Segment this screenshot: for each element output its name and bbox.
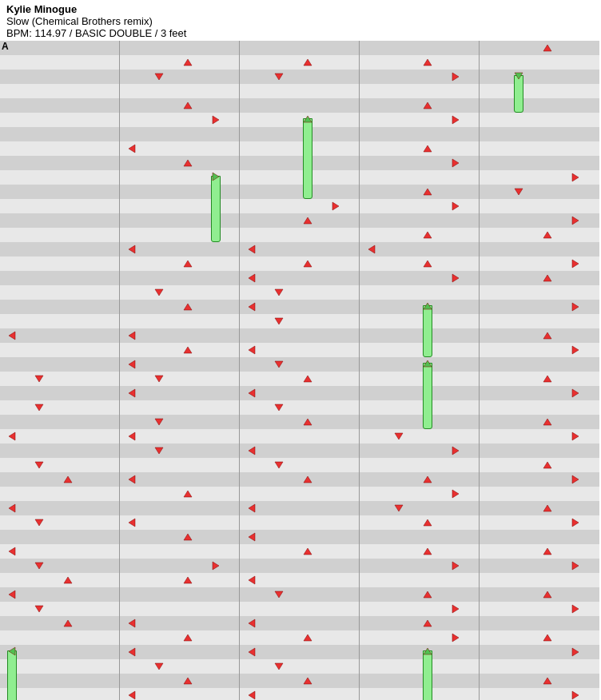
svg-marker-99 [424,591,432,598]
tap-arrow [542,416,553,428]
svg-marker-90 [424,360,432,367]
svg-marker-115 [543,376,551,382]
svg-marker-122 [572,519,579,527]
tap-arrow [246,646,257,658]
tap-arrow [422,589,433,600]
tap-arrow [182,301,193,312]
svg-marker-65 [304,476,312,483]
tap-arrow [450,272,461,284]
svg-marker-116 [572,389,579,397]
svg-marker-20 [184,160,192,166]
tap-arrow [182,344,193,356]
svg-marker-97 [424,548,432,555]
tap-arrow [246,344,257,356]
tap-arrow [570,301,581,312]
svg-marker-12 [35,606,43,612]
freeze-arrow [513,70,524,113]
tap-arrow [302,474,313,485]
tap-arrow [34,402,45,413]
svg-marker-38 [213,562,219,570]
svg-marker-112 [572,303,579,311]
tap-arrow [450,560,461,571]
svg-marker-44 [184,678,192,684]
svg-marker-56 [275,318,283,324]
tap-arrow [34,603,45,614]
svg-marker-102 [452,634,459,642]
svg-marker-28 [129,360,135,368]
svg-marker-106 [572,173,579,181]
tap-arrow [542,229,553,241]
svg-marker-22 [129,245,135,253]
svg-marker-33 [155,447,163,454]
svg-marker-16 [155,74,163,80]
svg-marker-87 [424,261,432,267]
tap-arrow [542,42,553,54]
tap-arrow [34,373,45,384]
svg-marker-82 [452,159,459,167]
freeze-arrow [422,357,433,429]
chart-column-0: A [0,41,120,700]
tap-arrow [126,388,137,399]
tap-arrow [182,632,193,643]
chart-area: AA [0,41,601,700]
tap-arrow [126,474,137,485]
svg-marker-47 [275,74,283,80]
svg-marker-25 [184,304,192,310]
tap-arrow [153,661,165,672]
svg-marker-91 [395,433,403,439]
tap-arrow [273,359,285,370]
svg-marker-79 [424,102,432,109]
svg-marker-40 [129,619,135,627]
tap-arrow [273,71,285,82]
svg-marker-61 [275,404,283,411]
tap-arrow [330,201,341,212]
svg-marker-68 [304,548,312,555]
svg-marker-86 [368,245,375,253]
svg-marker-62 [304,419,312,425]
svg-marker-118 [572,432,579,440]
svg-marker-36 [129,519,135,527]
svg-marker-30 [129,389,135,397]
tap-arrow [126,330,137,341]
tap-arrow [393,431,404,442]
tap-arrow [273,402,285,413]
svg-marker-58 [275,361,283,368]
svg-marker-41 [184,634,192,641]
tap-arrow [542,632,553,643]
svg-marker-26 [129,332,135,340]
svg-marker-67 [249,533,255,541]
svg-marker-53 [249,274,255,282]
svg-marker-113 [543,332,551,339]
tap-arrow [450,71,461,82]
svg-marker-128 [572,648,579,656]
svg-marker-74 [275,663,283,670]
freeze-arrow [302,113,313,199]
svg-marker-109 [543,232,551,238]
tap-arrow [302,632,313,643]
svg-marker-96 [424,519,432,526]
tap-arrow [422,100,433,111]
svg-marker-95 [395,505,403,511]
svg-marker-10 [64,577,72,583]
chart-column-3 [360,41,480,700]
svg-marker-81 [424,145,432,152]
tap-arrow [422,258,433,269]
tap-arrow [570,344,581,356]
tap-arrow [422,57,433,68]
tap-arrow [570,431,581,442]
tap-arrow [570,215,581,226]
svg-marker-117 [543,419,551,425]
svg-marker-105 [515,73,523,79]
tap-arrow [62,618,74,629]
svg-marker-124 [572,562,579,570]
svg-marker-114 [572,346,579,354]
tap-arrow [450,114,461,125]
svg-marker-98 [452,562,459,570]
svg-marker-130 [572,691,579,699]
svg-marker-129 [543,678,551,684]
tap-arrow [450,445,461,456]
tap-arrow [273,459,285,471]
tap-arrow [126,431,137,442]
svg-marker-50 [304,217,312,224]
svg-marker-70 [275,591,283,598]
